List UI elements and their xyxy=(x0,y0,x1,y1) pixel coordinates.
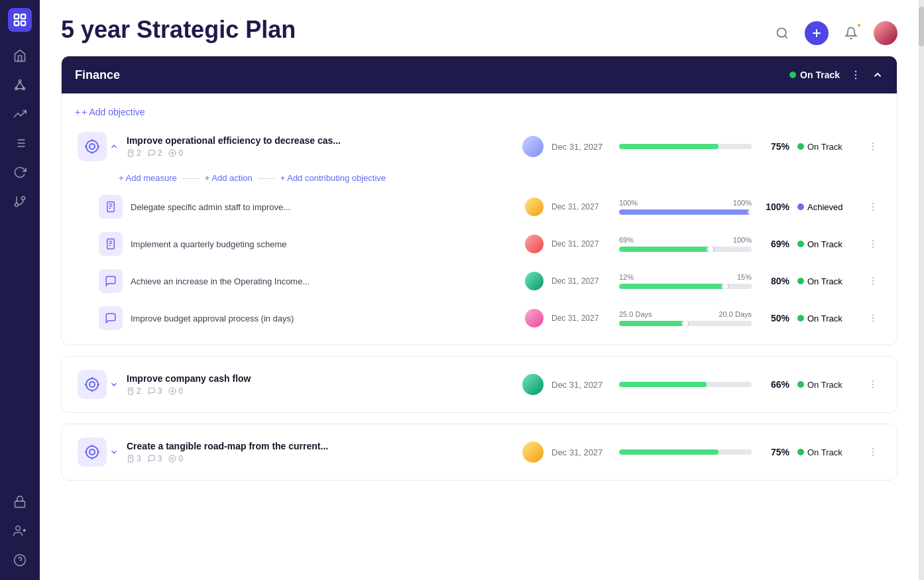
finance-section-header: Finance On Track xyxy=(62,56,897,93)
svg-point-44 xyxy=(872,146,874,147)
sub-item-icon-0 xyxy=(99,195,123,219)
sub-item-more-3[interactable] xyxy=(865,310,881,326)
search-button[interactable] xyxy=(770,21,794,45)
objective2-more[interactable] xyxy=(865,377,881,392)
target-val-2: 15% xyxy=(737,273,752,281)
objective-progress xyxy=(619,144,752,149)
objective3-body: Create a tangible road-map from the curr… xyxy=(62,424,897,480)
obj2-progress-bar xyxy=(619,382,752,387)
obj2-status-label: On Track xyxy=(807,380,842,390)
svg-point-32 xyxy=(86,141,98,152)
svg-point-92 xyxy=(872,451,874,453)
progress-fill-1 xyxy=(619,247,711,252)
obj3-meta-goals: 0 xyxy=(168,454,183,463)
scrollbar[interactable] xyxy=(919,0,924,580)
objective3-progress xyxy=(619,449,752,455)
svg-point-63 xyxy=(872,314,874,316)
sidebar xyxy=(0,0,40,580)
objective2-title[interactable]: Improve company cash flow xyxy=(127,373,514,384)
sub-item-title-0[interactable]: Delegate specific admin staff to improve… xyxy=(131,202,517,212)
sub-item-avatar-1 xyxy=(525,235,544,253)
sidebar-item-branch[interactable] xyxy=(8,190,32,213)
sub-item-more-1[interactable] xyxy=(865,236,881,252)
sidebar-item-trending[interactable] xyxy=(8,102,32,126)
objective2-progress xyxy=(619,382,752,387)
finance-section-body: + + Add objective xyxy=(62,93,897,345)
user-avatar[interactable] xyxy=(874,21,897,45)
app-logo[interactable] xyxy=(8,8,32,32)
sidebar-item-network[interactable] xyxy=(8,73,32,97)
objective2-expand[interactable] xyxy=(109,380,119,389)
sidebar-item-help[interactable] xyxy=(8,548,32,572)
sidebar-item-home[interactable] xyxy=(8,44,32,68)
scrollbar-thumb[interactable] xyxy=(919,7,924,46)
section-more-button[interactable] xyxy=(848,67,864,83)
progress-fill-0 xyxy=(619,209,752,215)
svg-point-45 xyxy=(872,149,874,150)
sidebar-item-list[interactable] xyxy=(8,131,32,155)
sidebar-item-lock[interactable] xyxy=(8,490,32,514)
sub-item-more-0[interactable] xyxy=(865,199,881,215)
main-content: 5 year Strategic Plan xyxy=(40,0,919,580)
notification-dot xyxy=(856,23,862,28)
sub-item-more-2[interactable] xyxy=(865,273,881,289)
sidebar-item-refresh[interactable] xyxy=(8,160,32,184)
objective2-row: Improve company cash flow 2 3 xyxy=(72,363,886,406)
objective-meta: 2 2 0 xyxy=(127,148,514,158)
objective3-row: Create a tangible road-map from the curr… xyxy=(72,431,886,473)
sub-item-icon-2 xyxy=(99,269,123,293)
add-action-button[interactable]: + Add action xyxy=(205,173,253,183)
sub-item-progress-1: 69% 100% xyxy=(619,236,752,252)
sub-item-title-2[interactable]: Achieve an increase in the Operating Inc… xyxy=(131,276,517,286)
obj3-comments-count: 3 xyxy=(158,454,162,463)
notifications-button[interactable] xyxy=(839,21,863,45)
add-measure-button[interactable]: + Add measure xyxy=(119,173,177,183)
svg-point-41 xyxy=(169,150,176,156)
objective-more-button[interactable] xyxy=(865,139,881,154)
objective3-expand[interactable] xyxy=(109,447,119,457)
sub-item-percent-1: 69% xyxy=(760,239,789,249)
sub-item-status-1: On Track xyxy=(797,239,857,249)
objective3-percent: 75% xyxy=(760,447,789,457)
meta-docs: 2 xyxy=(127,148,141,158)
svg-point-80 xyxy=(86,446,98,458)
sub-item-status-2: On Track xyxy=(797,276,857,286)
sub-item-status-0: Achieved xyxy=(797,202,857,212)
sub-item-title-1[interactable]: Implement a quarterly budgeting scheme xyxy=(131,239,517,249)
svg-line-7 xyxy=(16,82,20,87)
objective3-more[interactable] xyxy=(865,444,881,460)
sub-item-icon-3 xyxy=(99,306,123,330)
objective-title[interactable]: Improve operational efficiency to decrea… xyxy=(127,135,514,146)
add-contributing-button[interactable]: + Add contributing objective xyxy=(280,173,386,183)
svg-point-75 xyxy=(169,388,176,394)
objective3-title[interactable]: Create a tangible road-map from the curr… xyxy=(127,441,514,451)
section-collapse-button[interactable] xyxy=(872,69,884,81)
objective-icon[interactable] xyxy=(78,132,107,161)
svg-line-26 xyxy=(785,36,787,38)
obj2-meta-comments: 3 xyxy=(148,386,162,396)
sub-item-title-3[interactable]: Improve budget approval process (in days… xyxy=(131,314,517,323)
sub-item-row-3: Improve budget approval process (in days… xyxy=(72,300,886,337)
objective-expand-button[interactable] xyxy=(109,142,119,151)
sub-item-progress-3: 25.0 Days 20.0 Days xyxy=(619,310,752,326)
svg-point-18 xyxy=(15,203,19,207)
svg-point-59 xyxy=(872,247,874,248)
status-dot xyxy=(797,203,804,210)
sub-item-status-3: On Track xyxy=(797,314,857,323)
obj3-status-label: On Track xyxy=(807,447,842,457)
objective3-icon[interactable] xyxy=(78,437,107,467)
add-objective-button[interactable]: + + Add objective xyxy=(72,101,886,123)
add-button[interactable] xyxy=(805,21,829,45)
svg-point-67 xyxy=(89,382,95,387)
objective3-status: On Track xyxy=(797,447,857,457)
sub-item-progress-2: 12% 15% xyxy=(619,273,752,289)
svg-point-79 xyxy=(872,387,874,388)
status-dot xyxy=(797,241,804,247)
sub-item-progress-labels-2: 12% 15% xyxy=(619,273,752,281)
section-status: On Track xyxy=(789,70,840,80)
objective2-icon[interactable] xyxy=(78,370,107,399)
obj2-progress-fill xyxy=(619,382,707,387)
sidebar-item-add-user[interactable] xyxy=(8,519,32,543)
svg-point-58 xyxy=(872,243,874,245)
status-dot xyxy=(797,143,804,150)
